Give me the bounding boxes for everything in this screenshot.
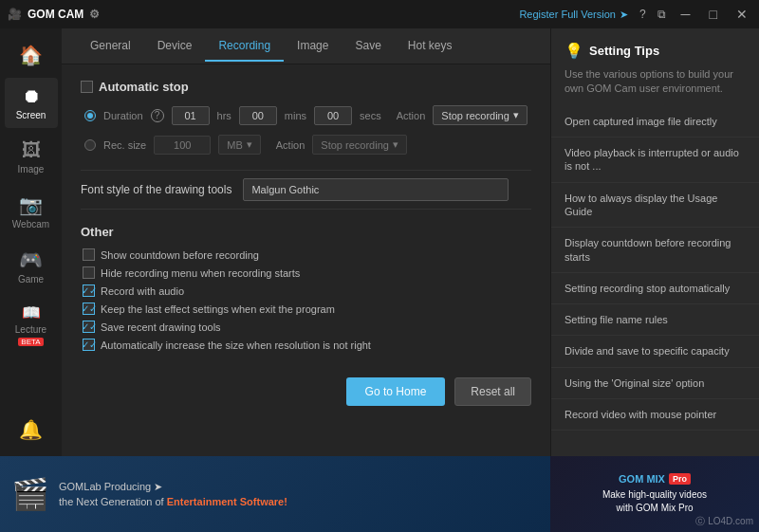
sidebar-item-game[interactable]: 🎮 Game — [5, 241, 58, 292]
title-bar: 🎥 GOM CAM ⚙ Register Full Version ➤ ? ⧉ … — [0, 0, 759, 28]
monitor-icon[interactable]: ⧉ — [657, 8, 666, 21]
banner-highlight: Entertainment Software! — [167, 496, 287, 507]
title-bar-left: 🎥 GOM CAM ⚙ — [8, 8, 100, 21]
duration-hrs-input[interactable] — [172, 106, 210, 125]
other-title: Other — [81, 225, 531, 239]
go-home-button[interactable]: Go to Home — [346, 377, 446, 406]
check-mark-5: ✓ — [82, 339, 89, 350]
checkbox-label-4[interactable]: Save recent drawing tools — [101, 321, 221, 333]
bottom-buttons: Go to Home Reset all — [81, 370, 531, 406]
hrs-label: hrs — [217, 110, 231, 121]
tip-1[interactable]: Video playback is interrupted or audio i… — [551, 138, 759, 183]
check-mark-4: ✓ — [82, 321, 89, 332]
check-mark-2: ✓ — [82, 285, 89, 296]
rec-size-input[interactable] — [154, 136, 211, 155]
sidebar-webcam-label: Webcam — [12, 219, 49, 229]
tip-6[interactable]: Divide and save to specific capacity — [551, 336, 759, 367]
arrow-icon: ➤ — [620, 9, 628, 21]
sidebar-lecture-label: Lecture — [15, 324, 46, 335]
sidebar: 🏠 ⏺ Screen 🖼 Image 📷 Webcam 🎮 Game 📖 Lec… — [0, 28, 62, 456]
checkbox-2[interactable]: ✓ — [83, 284, 95, 297]
action-label-2: Action — [276, 139, 305, 151]
image-icon: 🖼 — [22, 139, 41, 161]
tab-hotkeys[interactable]: Hot keys — [395, 31, 466, 62]
checkbox-label-0[interactable]: Show countdown before recording — [101, 249, 259, 261]
tab-general[interactable]: General — [77, 31, 144, 62]
gom-mix-header: GOM MIX Pro — [619, 473, 691, 485]
checkbox-label-2[interactable]: Record with audio — [101, 285, 184, 297]
checkbox-row-0: Show countdown before recording — [81, 248, 531, 261]
checkbox-row-3: ✓ Keep the last effect settings when exi… — [81, 303, 531, 315]
chevron-down-icon-2: ▾ — [393, 138, 398, 151]
checkbox-3[interactable]: ✓ — [83, 303, 95, 315]
register-link[interactable]: Register Full Version ➤ — [519, 9, 628, 21]
tip-2[interactable]: How to always display the Usage Guide — [551, 183, 759, 229]
checkbox-row-5: ✓ Automatically increase the size when r… — [81, 339, 531, 351]
tip-3[interactable]: Display countdown before recording start… — [551, 228, 759, 273]
tip-0[interactable]: Open captured image file directly — [551, 106, 759, 138]
screen-icon: ⏺ — [22, 85, 41, 107]
tip-4[interactable]: Setting recording stop automatically — [551, 273, 759, 304]
banner-sub-text: the Next Generation of — [59, 496, 164, 507]
lo4d-watermark: ⓒ LO4D.com — [695, 515, 753, 528]
help-icon[interactable]: ? — [639, 8, 646, 21]
checkbox-label-1[interactable]: Hide recording menu when recording start… — [101, 267, 300, 279]
tip-7[interactable]: Using the 'Original size' option — [551, 368, 759, 399]
duration-mins-input[interactable] — [239, 106, 277, 125]
tab-bar: General Device Recording Image Save Hot … — [62, 28, 550, 64]
settings-panel: Automatic stop Duration ? hrs mins secs … — [62, 64, 550, 456]
sidebar-item-notifications[interactable]: 🔔 — [5, 411, 58, 449]
reset-all-button[interactable]: Reset all — [454, 377, 531, 406]
setting-tips-desc: Use the various options to build your ow… — [551, 67, 759, 106]
banner-left[interactable]: 🎬 GOMLab Producing ➤ the Next Generation… — [0, 456, 550, 532]
rec-size-radio[interactable] — [84, 139, 96, 151]
rec-size-unit-dropdown[interactable]: MB ▾ — [218, 135, 261, 155]
checkbox-row-1: Hide recording menu when recording start… — [81, 266, 531, 279]
checkbox-5[interactable]: ✓ — [83, 339, 95, 351]
chevron-down-icon-unit: ▾ — [247, 138, 252, 151]
sidebar-item-image[interactable]: 🖼 Image — [5, 132, 58, 182]
sidebar-item-webcam[interactable]: 📷 Webcam — [5, 186, 58, 237]
rec-size-label: Rec. size — [103, 139, 146, 151]
sidebar-item-home[interactable]: 🏠 — [5, 36, 58, 74]
duration-secs-input[interactable] — [314, 106, 352, 125]
tip-5[interactable]: Setting file name rules — [551, 304, 759, 336]
banner-left-icons: 🎬 — [11, 476, 49, 512]
checkbox-label-3[interactable]: Keep the last effect settings when exit … — [101, 303, 335, 315]
checkbox-1[interactable] — [83, 266, 95, 279]
close-button[interactable]: ✕ — [732, 5, 751, 24]
checkbox-label-5[interactable]: Automatically increase the size when res… — [101, 339, 371, 351]
tip-8[interactable]: Record video with mouse pointer — [551, 399, 759, 431]
gear-icon[interactable]: ⚙ — [89, 8, 100, 21]
tab-device[interactable]: Device — [144, 31, 206, 62]
checkbox-4[interactable]: ✓ — [83, 321, 95, 333]
right-panel: 💡 Setting Tips Use the various options t… — [550, 28, 759, 456]
tips-list: Open captured image file directly Video … — [551, 106, 759, 431]
checkbox-row-4: ✓ Save recent drawing tools — [81, 321, 531, 333]
tab-recording[interactable]: Recording — [205, 31, 284, 62]
maximize-button[interactable]: □ — [706, 5, 721, 24]
minimize-button[interactable]: ─ — [677, 5, 694, 24]
webcam-icon: 📷 — [19, 193, 43, 216]
font-style-select[interactable]: Malgun Gothic Arial Tahoma Verdana — [243, 178, 509, 201]
stop-recording-dropdown-2[interactable]: Stop recording ▾ — [312, 135, 407, 155]
checkbox-0[interactable] — [83, 248, 95, 261]
tab-save[interactable]: Save — [342, 31, 394, 62]
duration-radio[interactable] — [84, 110, 96, 121]
bulb-icon: 💡 — [565, 42, 583, 60]
banner-right-subtitle: Make high-quality videoswith GOM Mix Pro — [602, 488, 707, 515]
sidebar-game-label: Game — [18, 274, 44, 284]
action-label-1: Action — [397, 110, 426, 121]
auto-stop-section: Automatic stop — [81, 80, 531, 94]
banner-left-text: GOMLab Producing ➤ the Next Generation o… — [59, 479, 287, 510]
banner-right[interactable]: GOM MIX Pro Make high-quality videoswith… — [550, 456, 759, 532]
stop-recording-dropdown-1[interactable]: Stop recording ▾ — [433, 105, 528, 125]
auto-stop-checkbox[interactable] — [81, 81, 93, 93]
auto-stop-label: Automatic stop — [99, 80, 189, 94]
info-icon-duration[interactable]: ? — [151, 109, 164, 122]
sidebar-bottom: 🔔 — [5, 411, 58, 449]
tab-image[interactable]: Image — [284, 31, 342, 62]
gom-mix-badge: Pro — [669, 473, 691, 485]
sidebar-item-screen[interactable]: ⏺ Screen — [5, 78, 58, 128]
sidebar-item-lecture[interactable]: 📖 Lecture BETA — [5, 296, 58, 354]
